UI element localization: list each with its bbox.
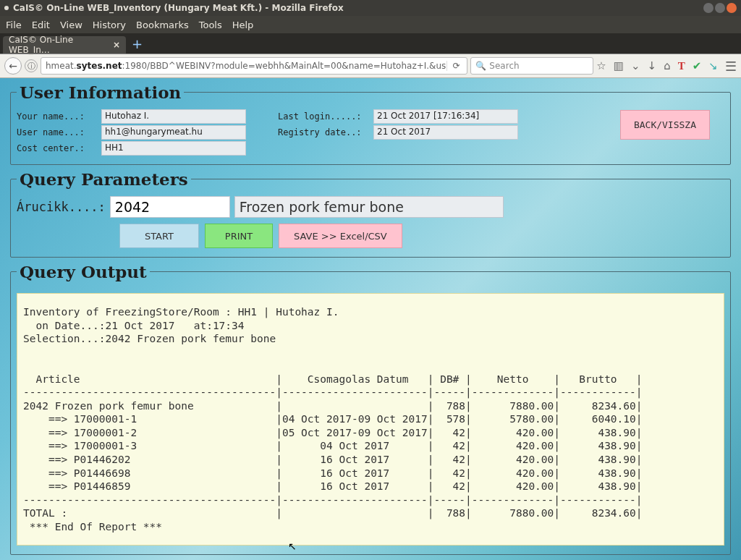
download-icon[interactable]: ↓ [648, 59, 657, 72]
page-content: User Information Your name...: Hutohaz I… [0, 78, 741, 560]
url-bar[interactable]: hmeat.sytes.net:1980/BBD^WEBINV?module=w… [41, 57, 467, 75]
cost-center-label: Cost center.: [17, 143, 100, 153]
user-information-legend: User Information [17, 82, 184, 102]
query-parameters-fieldset: Query Parameters Árucikk....: START PRIN… [10, 169, 731, 258]
user-information-fieldset: User Information Your name...: Hutohaz I… [10, 82, 731, 165]
save-excel-csv-button[interactable]: SAVE >> Excel/CSV [279, 224, 402, 248]
nav-back-button[interactable]: ← [4, 57, 22, 75]
bookmark-star-icon[interactable]: ☆ [596, 59, 606, 72]
library-icon[interactable]: ▥ [614, 59, 624, 72]
toolbar-icons: ☆ ▥ ⌄ ↓ ⌂ T ✔ ↘ [596, 59, 718, 72]
browser-tab[interactable]: CaIS© On-Line WEB_In… × [3, 36, 126, 54]
new-tab-button[interactable]: + [126, 36, 148, 51]
query-output-box: Inventory of FreezingStore/Room : HH1 | … [17, 293, 724, 546]
menu-history[interactable]: History [93, 20, 126, 30]
close-button[interactable] [727, 3, 737, 13]
query-output-fieldset: ↖ Query Output Inventory of FreezingStor… [10, 262, 731, 555]
addon-check-icon[interactable]: ✔ [693, 59, 702, 72]
search-box[interactable]: 🔍 Search [470, 57, 593, 75]
menu-help[interactable]: Help [232, 20, 254, 30]
menu-tools[interactable]: Tools [199, 20, 222, 30]
minimize-button[interactable] [703, 3, 714, 13]
maximize-button[interactable] [715, 3, 725, 13]
tabstrip: CaIS© On-Line WEB_In… × + [0, 33, 741, 54]
back-vissza-button[interactable]: BACK/VISSZA [620, 110, 710, 140]
pocket-icon[interactable]: ⌄ [631, 59, 640, 72]
user-name-label: User name...: [17, 127, 100, 137]
titlebar-dot-icon [4, 6, 9, 10]
cost-center-value: HH1 [101, 141, 246, 156]
registry-date-value: 21 Oct 2017 [373, 125, 518, 140]
last-login-value: 21 Oct 2017 [17:16:34] [373, 109, 518, 124]
search-placeholder: Search [489, 61, 519, 71]
window-controls [703, 3, 737, 13]
arucikk-code-input[interactable] [110, 196, 230, 218]
user-name-value: hh1@hungarymeat.hu [101, 125, 246, 140]
your-name-value: Hutohaz I. [101, 109, 246, 124]
reload-icon[interactable]: ⟳ [446, 61, 462, 71]
menu-bookmarks[interactable]: Bookmarks [136, 20, 189, 30]
home-icon[interactable]: ⌂ [664, 59, 671, 72]
url-host: sytes.net [77, 61, 122, 71]
addon-t-icon[interactable]: T [678, 60, 685, 72]
menubar: File Edit View History Bookmarks Tools H… [0, 16, 741, 33]
navbar: ← ⓘ hmeat.sytes.net:1980/BBD^WEBINV?modu… [0, 54, 741, 78]
your-name-label: Your name...: [17, 111, 100, 122]
menu-view[interactable]: View [60, 20, 82, 30]
url-suffix: :1980/BBD^WEBINV?module=webhh&MainAlt=00… [122, 61, 446, 71]
url-prefix: hmeat. [46, 61, 77, 71]
registry-date-label: Registry date..: [278, 127, 372, 137]
arucikk-description [234, 196, 504, 218]
search-icon: 🔍 [475, 61, 486, 71]
arucikk-label: Árucikk....: [17, 200, 106, 214]
menu-edit[interactable]: Edit [32, 20, 50, 30]
start-button[interactable]: START [119, 224, 199, 248]
query-parameters-legend: Query Parameters [17, 169, 191, 189]
os-titlebar: CaIS© On-Line WEB_Inventory (Hungary Mea… [0, 0, 741, 16]
addon-arrow-icon[interactable]: ↘ [708, 59, 718, 72]
site-info-icon[interactable]: ⓘ [25, 59, 38, 72]
menu-file[interactable]: File [6, 20, 22, 30]
window-title: CaIS© On-Line WEB_Inventory (Hungary Mea… [13, 3, 703, 13]
last-login-label: Last login.....: [278, 111, 372, 122]
tab-close-icon[interactable]: × [113, 40, 120, 50]
hamburger-menu-icon[interactable]: ☰ [725, 59, 737, 74]
query-output-legend: Query Output [17, 262, 150, 281]
tab-title: CaIS© On-Line WEB_In… [9, 35, 109, 55]
print-button[interactable]: PRINT [205, 224, 273, 248]
